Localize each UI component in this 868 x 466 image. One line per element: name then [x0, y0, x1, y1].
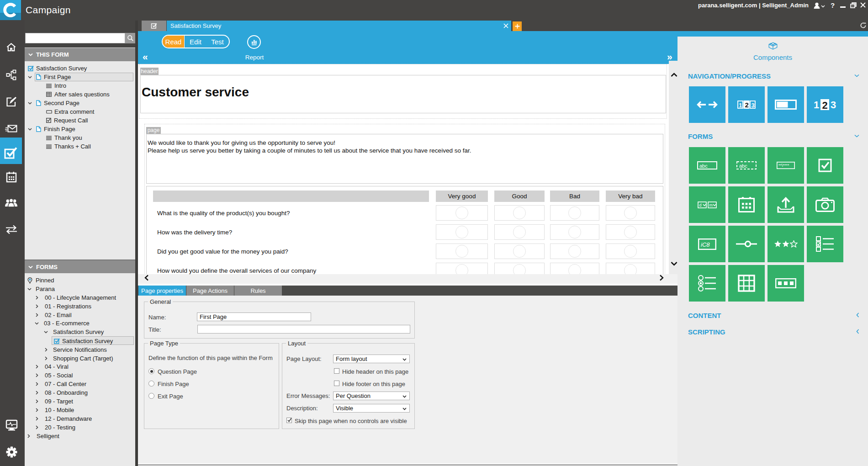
svg-text:d: d: [699, 203, 702, 207]
svg-text:2: 2: [745, 101, 749, 109]
svg-text:1: 1: [814, 99, 819, 111]
svg-text:2: 2: [822, 100, 828, 111]
svg-text:abc: abc: [739, 163, 747, 169]
svg-text:**\****: **\****: [778, 163, 789, 168]
svg-text:iC8: iC8: [701, 241, 710, 248]
svg-text:1: 1: [739, 102, 742, 109]
svg-text:m: m: [709, 203, 713, 207]
svg-text:abc: abc: [699, 163, 708, 169]
svg-text:3: 3: [751, 102, 754, 109]
svg-text:3: 3: [831, 99, 836, 111]
